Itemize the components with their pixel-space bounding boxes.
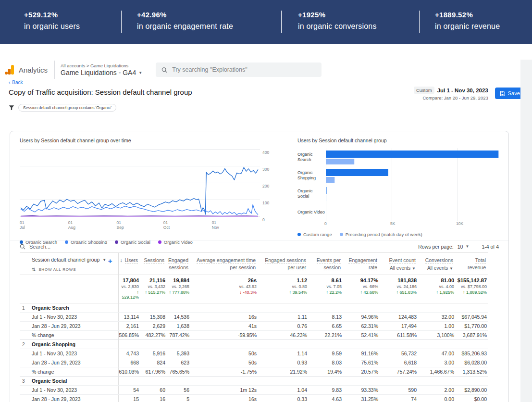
- add-dimension-button[interactable]: +: [108, 257, 112, 265]
- x-axis-label: 01Jul: [20, 220, 25, 230]
- column-header[interactable]: Sessions: [140, 257, 165, 264]
- empty-cell: [379, 340, 418, 349]
- banner-stat: +1889.52%in organic revenue: [435, 11, 500, 31]
- column-header[interactable]: Events persession: [308, 257, 342, 271]
- column-header-line: Engaged sessions: [258, 257, 306, 264]
- empty-cell: [166, 340, 190, 349]
- line-chart-title: Users by Session default channel group o…: [20, 138, 289, 143]
- empty-cell: [190, 340, 258, 349]
- rows-per-page-label: Rows per page:: [418, 244, 454, 250]
- table-search[interactable]: [20, 244, 418, 250]
- breadcrumb[interactable]: All accounts > Game Liquidations: [61, 63, 142, 68]
- column-header[interactable]: Engagedsessions: [166, 257, 189, 271]
- cell: 46.23%: [258, 331, 308, 340]
- bar-custom-range: [326, 169, 388, 176]
- row-label: % change: [32, 331, 118, 340]
- cell: 16: [140, 395, 166, 402]
- totals-change-value: 42.68%: [363, 290, 378, 295]
- column-header-text: Total: [475, 257, 486, 264]
- cell: 14,536: [166, 313, 190, 322]
- cell: -59.95%: [190, 331, 258, 340]
- column-header-text: Events per: [317, 257, 341, 264]
- cell: 47.00: [418, 349, 455, 358]
- cell: 765.65%: [166, 367, 190, 377]
- cell: 5,916: [140, 349, 166, 358]
- table-row-group-header: 3Organic Social: [20, 377, 488, 386]
- column-header-line: Total: [455, 257, 486, 264]
- totals-change: ↑ 777.88%: [166, 290, 189, 295]
- chevron-down-icon: ▼: [465, 244, 469, 249]
- chevron-down-icon: ▼: [449, 266, 453, 271]
- totals-value: 181,838: [379, 277, 417, 283]
- empty-cell: [258, 377, 308, 386]
- totals-cell: 81.00vs. 4.00↑ 1,925%: [418, 275, 455, 303]
- empty-cell: [455, 340, 488, 349]
- y-axis-label: 300: [262, 167, 269, 172]
- column-header-text: rate: [369, 264, 377, 271]
- filter-icon[interactable]: [9, 105, 14, 111]
- column-header-text: per user: [287, 264, 306, 271]
- date-range-control[interactable]: Custom Jul 1 - Nov 30, 2023 Compare: Jan…: [414, 87, 488, 100]
- row-label: Jul 1 - Nov 30, 2023: [32, 313, 118, 322]
- property-switcher[interactable]: Game Liquidations - GA4 ▼: [61, 69, 142, 76]
- empty-cell: [379, 303, 418, 313]
- banner-divider: [121, 11, 122, 33]
- cell: 610.03%: [118, 367, 140, 377]
- cell: 824: [140, 358, 166, 367]
- legend-label: Custom range: [303, 232, 332, 237]
- cell: 3.00: [418, 358, 455, 367]
- cell: 8.03: [308, 358, 343, 367]
- row-label: Jul 1 - Nov 30, 2023: [32, 349, 118, 358]
- cell: 1.00: [418, 322, 455, 331]
- metric-event-label: All events: [427, 265, 449, 271]
- column-header-line: revenue: [455, 264, 486, 271]
- column-header[interactable]: ↓ Users: [119, 257, 139, 264]
- table-search-input[interactable]: [29, 244, 125, 250]
- cell: 1.04: [258, 386, 308, 395]
- x-axis-label: 01Nov: [212, 220, 219, 230]
- column-header[interactable]: Engagementrate: [343, 257, 378, 271]
- empty-cell: [308, 303, 343, 313]
- column-header[interactable]: Totalrevenue: [455, 257, 487, 271]
- cell: $6,028.00: [455, 358, 488, 367]
- banner-divider: [281, 11, 282, 33]
- dimension-dropdown[interactable]: Session default channel group▼: [32, 257, 117, 263]
- metric-event-selector[interactable]: All events ▼: [418, 265, 453, 272]
- filter-chip[interactable]: Session default channel group contains '…: [18, 104, 116, 112]
- column-header[interactable]: Event countAll events ▼: [379, 257, 417, 272]
- x-axis-label: 0: [324, 221, 327, 226]
- analytics-logo[interactable]: Analytics: [5, 64, 54, 75]
- column-header[interactable]: Engaged sessionsper user: [258, 257, 307, 271]
- totals-change: ↑ 1,889.52%: [455, 290, 487, 295]
- search-input[interactable]: [172, 66, 316, 73]
- show-all-rows-button[interactable]: ⇅SHOW ALL ROWS: [32, 267, 117, 272]
- report-card: Users by Session default channel group o…: [10, 131, 509, 402]
- cell: 93.33%: [343, 386, 379, 395]
- table-row: Jul 1 - Nov 30, 20235460561m 12s1.049.83…: [20, 386, 488, 395]
- line-series: [21, 167, 258, 214]
- table-row: % change506.85%482.27%787.42%-59.95%46.2…: [20, 331, 488, 340]
- column-header[interactable]: Average engagement timeper session: [190, 257, 257, 271]
- global-search[interactable]: [156, 63, 322, 77]
- table-row-group-header: 1Organic Search: [20, 303, 488, 313]
- totals-change-value: 22.2%: [329, 290, 342, 295]
- cell: 50s: [190, 358, 258, 367]
- cell: 74: [379, 395, 418, 402]
- back-link[interactable]: ‹ Back: [9, 80, 23, 85]
- cell: 50s: [190, 349, 258, 358]
- cell: $1,770.00: [455, 322, 488, 331]
- totals-vs: vs. 2,265: [166, 284, 189, 289]
- row-label: Jan 28 - Jun 29, 2023: [32, 395, 118, 402]
- bar-chart-block: Users by Session default channel group O…: [297, 138, 509, 240]
- page-title: Copy of Traffic acquisition: Session def…: [9, 87, 414, 96]
- empty-cell: [118, 340, 140, 349]
- empty-cell: [455, 377, 488, 386]
- chevron-down-icon: ▼: [102, 258, 106, 262]
- rows-per-page-select[interactable]: 10 ▼: [458, 244, 470, 250]
- metric-event-selector[interactable]: All events ▼: [379, 265, 416, 272]
- totals-spacer: [20, 275, 118, 303]
- cell: 482.27%: [140, 331, 166, 340]
- date-compare: Compare: Jan 28 - Jun 29, 2023: [414, 95, 488, 100]
- cell: 91.16%: [343, 349, 379, 358]
- column-header[interactable]: ConversionsAll events ▼: [418, 257, 454, 272]
